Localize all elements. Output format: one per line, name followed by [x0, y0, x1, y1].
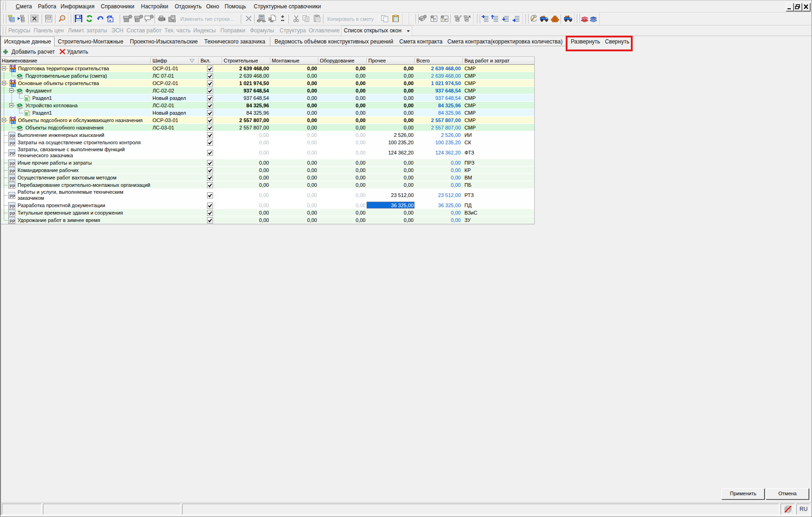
svg-text:pp: pp	[10, 133, 15, 138]
svg-text:pp: pp	[10, 150, 15, 155]
svg-text:ж: ж	[109, 18, 111, 22]
svg-text:pp: pp	[10, 218, 15, 223]
svg-text:pp: pp	[10, 160, 15, 166]
svg-text:pp: pp	[10, 183, 15, 188]
svg-text:pp: pp	[10, 210, 15, 215]
svg-text:pp: pp	[10, 193, 15, 198]
svg-text:PDF: PDF	[46, 16, 51, 18]
svg-text:pp: pp	[10, 175, 15, 180]
svg-text:pp: pp	[10, 140, 15, 145]
svg-text:pp: pp	[10, 168, 15, 173]
svg-text:pp: pp	[10, 203, 15, 208]
